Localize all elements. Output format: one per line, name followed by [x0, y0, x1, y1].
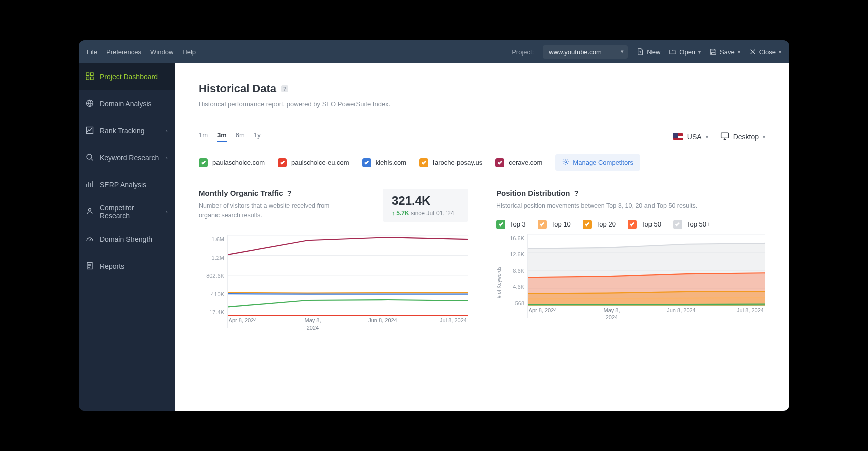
checkbox-icon: [628, 220, 637, 229]
bar-chart-icon: [86, 180, 94, 190]
checkbox-icon: [362, 158, 371, 167]
menu-file[interactable]: File: [87, 48, 97, 56]
save-button[interactable]: Save▾: [710, 48, 740, 56]
chevron-down-icon: ▾: [763, 134, 765, 140]
sidebar-item-reports[interactable]: Reports: [79, 253, 175, 280]
chevron-right-icon: ›: [166, 155, 168, 161]
close-button[interactable]: Close▾: [749, 48, 781, 56]
dashboard-icon: [86, 72, 94, 82]
competitor-toggle[interactable]: laroche-posay.us: [419, 158, 482, 167]
sidebar-item-label: Keyword Research: [100, 154, 159, 162]
checkbox-icon: [583, 220, 592, 229]
checkbox-icon: [199, 158, 208, 167]
svg-rect-3: [91, 77, 94, 80]
checkbox-icon: [538, 220, 547, 229]
menu-window[interactable]: Window: [150, 48, 173, 56]
help-icon[interactable]: ?: [287, 189, 292, 197]
save-icon: [710, 48, 717, 55]
project-label: Project:: [512, 48, 534, 56]
open-button[interactable]: Open▾: [669, 48, 701, 56]
svg-rect-9: [721, 133, 728, 138]
competitor-toggle[interactable]: paulschoice-eu.com: [278, 158, 349, 167]
new-button[interactable]: New: [637, 48, 660, 56]
sidebar-item-label: Domain Analysis: [100, 100, 152, 108]
sidebar-item-domain-strength[interactable]: Domain Strength: [79, 225, 175, 253]
chevron-down-icon: ▾: [706, 134, 708, 140]
panel-subtitle: Historical position movements between To…: [496, 201, 765, 211]
panel-title: Monthly Organic Traffic: [199, 189, 283, 197]
period-6m[interactable]: 6m: [236, 131, 245, 142]
menu-help[interactable]: Help: [182, 48, 196, 56]
close-icon: [749, 48, 756, 55]
top20-toggle[interactable]: Top 20: [583, 220, 616, 229]
position-distribution-panel: Position Distribution ? Historical posit…: [496, 189, 765, 328]
checkbox-icon: [496, 220, 505, 229]
competitor-toggle[interactable]: paulaschoice.com: [199, 158, 265, 167]
sidebar-item-label: Competitor Research: [100, 204, 160, 220]
top3-toggle[interactable]: Top 3: [496, 220, 526, 229]
traffic-chart: 1.6M 1.2M 802.6K 410K 17.4K Apr 8, 2024 …: [199, 235, 468, 328]
svg-rect-1: [91, 73, 94, 76]
chevron-right-icon: ›: [166, 209, 168, 215]
checkbox-icon: [673, 220, 682, 229]
search-icon: [86, 153, 94, 163]
top50-toggle[interactable]: Top 50: [628, 220, 661, 229]
sidebar-item-keyword-research[interactable]: Keyword Research ›: [79, 144, 175, 171]
period-1m[interactable]: 1m: [199, 131, 208, 142]
project-select[interactable]: www.youtube.com: [543, 45, 628, 59]
sidebar: Project Dashboard Domain Analysis Rank T…: [79, 63, 175, 411]
sidebar-item-label: SERP Analysis: [100, 181, 146, 189]
svg-point-6: [87, 154, 92, 159]
top10-toggle[interactable]: Top 10: [538, 220, 571, 229]
svg-point-10: [565, 161, 567, 163]
app-window: File Preferences Window Help Project: ww…: [79, 40, 789, 411]
device-filter[interactable]: Desktop ▾: [720, 132, 765, 142]
sidebar-item-label: Project Dashboard: [100, 73, 158, 81]
sidebar-item-label: Rank Tracking: [100, 127, 144, 135]
checkbox-icon: [495, 158, 504, 167]
sidebar-item-label: Domain Strength: [100, 235, 152, 243]
chart-line-icon: [86, 126, 94, 136]
country-filter[interactable]: USA ▾: [673, 133, 708, 141]
globe-icon: [86, 99, 94, 109]
folder-open-icon: [669, 48, 676, 55]
svg-point-7: [89, 208, 91, 211]
chevron-right-icon: ›: [166, 128, 168, 134]
sidebar-item-label: Reports: [100, 262, 124, 270]
position-chart: # of Keywords 16.6K 12.6K 8.6K 4.6K 568: [496, 234, 765, 318]
divider: [199, 122, 765, 122]
monitor-icon: [720, 132, 729, 142]
content-area: Historical Data ? Historical performance…: [175, 63, 789, 411]
competitor-toggle[interactable]: cerave.com: [495, 158, 542, 167]
help-icon[interactable]: ?: [281, 85, 288, 92]
manage-competitors-button[interactable]: Manage Competitors: [555, 154, 640, 171]
traffic-stat-box: 321.4K ↑ 5.7K since Jul 01, '24: [383, 189, 468, 222]
menu-preferences[interactable]: Preferences: [106, 48, 141, 56]
page-subtitle: Historical performance report, powered b…: [199, 100, 765, 108]
competitor-toggle[interactable]: kiehls.com: [362, 158, 406, 167]
period-1y[interactable]: 1y: [254, 131, 261, 142]
y-axis-label: # of Keywords: [496, 234, 503, 318]
top50plus-toggle[interactable]: Top 50+: [673, 220, 710, 229]
position-legend: Top 3 Top 10 Top 20 Top 50 Top 50+: [496, 220, 765, 229]
users-icon: [86, 207, 94, 217]
page-title: Historical Data: [199, 82, 276, 95]
stat-delta-up: ↑ 5.7K: [392, 210, 409, 217]
gauge-icon: [86, 235, 94, 244]
panel-subtitle: Number of visitors that a website receiv…: [199, 201, 339, 220]
panel-title: Position Distribution: [496, 189, 570, 197]
sidebar-item-competitor-research[interactable]: Competitor Research ›: [79, 198, 175, 225]
sidebar-item-project-dashboard[interactable]: Project Dashboard: [79, 63, 175, 90]
competitor-legend: paulaschoice.com paulschoice-eu.com kieh…: [199, 154, 765, 171]
file-plus-icon: [637, 48, 644, 55]
help-icon[interactable]: ?: [574, 189, 579, 197]
monthly-organic-traffic-panel: Monthly Organic Traffic ? Number of visi…: [199, 189, 468, 328]
sidebar-item-serp-analysis[interactable]: SERP Analysis: [79, 171, 175, 198]
period-tabs: 1m 3m 6m 1y: [199, 131, 261, 142]
gear-icon: [562, 158, 569, 167]
document-icon: [86, 262, 94, 271]
stat-delta-since: since Jul 01, '24: [411, 210, 454, 217]
sidebar-item-rank-tracking[interactable]: Rank Tracking ›: [79, 117, 175, 144]
period-3m[interactable]: 3m: [217, 131, 227, 142]
sidebar-item-domain-analysis[interactable]: Domain Analysis: [79, 90, 175, 117]
